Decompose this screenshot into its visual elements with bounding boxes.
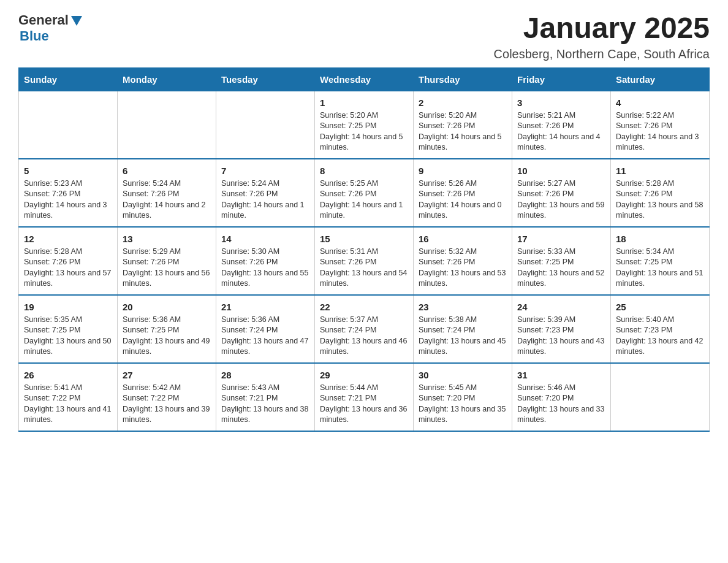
day-info: Sunrise: 5:28 AM Sunset: 7:26 PM Dayligh… [24,247,112,289]
day-info: Sunrise: 5:34 AM Sunset: 7:25 PM Dayligh… [616,247,704,289]
day-info: Sunrise: 5:25 AM Sunset: 7:26 PM Dayligh… [320,178,408,221]
calendar-cell: 5Sunrise: 5:23 AM Sunset: 7:26 PM Daylig… [19,159,118,227]
day-number: 21 [221,301,309,313]
weekday-header-friday: Friday [512,67,611,91]
calendar-cell [611,363,710,431]
day-info: Sunrise: 5:20 AM Sunset: 7:25 PM Dayligh… [320,110,408,153]
day-info: Sunrise: 5:44 AM Sunset: 7:21 PM Dayligh… [320,383,408,426]
day-number: 13 [123,232,211,245]
calendar-cell: 13Sunrise: 5:29 AM Sunset: 7:26 PM Dayli… [118,227,216,295]
calendar-cell: 8Sunrise: 5:25 AM Sunset: 7:26 PM Daylig… [315,159,414,227]
day-number: 27 [123,369,211,381]
day-number: 9 [419,164,507,177]
weekday-header-wednesday: Wednesday [315,67,414,91]
day-number: 7 [221,164,309,177]
day-number: 14 [221,232,309,245]
day-info: Sunrise: 5:26 AM Sunset: 7:26 PM Dayligh… [419,178,507,221]
day-number: 29 [320,369,408,381]
calendar-cell: 30Sunrise: 5:45 AM Sunset: 7:20 PM Dayli… [414,363,512,431]
calendar-cell: 20Sunrise: 5:36 AM Sunset: 7:25 PM Dayli… [118,295,216,363]
day-number: 6 [123,164,211,177]
day-info: Sunrise: 5:21 AM Sunset: 7:26 PM Dayligh… [517,110,605,153]
day-info: Sunrise: 5:40 AM Sunset: 7:23 PM Dayligh… [616,315,704,358]
weekday-header-tuesday: Tuesday [216,67,315,91]
calendar-cell [19,91,118,159]
calendar-cell: 10Sunrise: 5:27 AM Sunset: 7:26 PM Dayli… [512,159,611,227]
day-number: 31 [517,369,605,381]
calendar-cell [118,91,216,159]
day-number: 17 [517,232,605,245]
day-info: Sunrise: 5:33 AM Sunset: 7:25 PM Dayligh… [517,247,605,289]
day-info: Sunrise: 5:36 AM Sunset: 7:24 PM Dayligh… [221,315,309,358]
day-info: Sunrise: 5:42 AM Sunset: 7:22 PM Dayligh… [123,383,211,426]
day-info: Sunrise: 5:39 AM Sunset: 7:23 PM Dayligh… [517,315,605,358]
day-info: Sunrise: 5:46 AM Sunset: 7:20 PM Dayligh… [517,383,605,426]
day-info: Sunrise: 5:37 AM Sunset: 7:24 PM Dayligh… [320,315,408,358]
day-number: 5 [24,164,112,177]
day-number: 12 [24,232,112,245]
svg-marker-0 [71,16,82,26]
calendar-cell: 22Sunrise: 5:37 AM Sunset: 7:24 PM Dayli… [315,295,414,363]
day-info: Sunrise: 5:23 AM Sunset: 7:26 PM Dayligh… [24,178,112,221]
day-info: Sunrise: 5:41 AM Sunset: 7:22 PM Dayligh… [24,383,112,426]
calendar-cell: 18Sunrise: 5:34 AM Sunset: 7:25 PM Dayli… [611,227,710,295]
calendar-cell: 27Sunrise: 5:42 AM Sunset: 7:22 PM Dayli… [118,363,216,431]
calendar-cell: 7Sunrise: 5:24 AM Sunset: 7:26 PM Daylig… [216,159,315,227]
day-info: Sunrise: 5:36 AM Sunset: 7:25 PM Dayligh… [123,315,211,358]
calendar-cell: 1Sunrise: 5:20 AM Sunset: 7:25 PM Daylig… [315,91,414,159]
day-number: 22 [320,301,408,313]
day-number: 11 [616,164,704,177]
day-number: 26 [24,369,112,381]
day-info: Sunrise: 5:45 AM Sunset: 7:20 PM Dayligh… [419,383,507,426]
calendar-cell: 29Sunrise: 5:44 AM Sunset: 7:21 PM Dayli… [315,363,414,431]
day-number: 4 [616,96,704,109]
day-info: Sunrise: 5:43 AM Sunset: 7:21 PM Dayligh… [221,383,309,426]
day-number: 2 [419,96,507,109]
day-info: Sunrise: 5:38 AM Sunset: 7:24 PM Dayligh… [419,315,507,358]
day-info: Sunrise: 5:29 AM Sunset: 7:26 PM Dayligh… [123,247,211,289]
calendar-cell: 3Sunrise: 5:21 AM Sunset: 7:26 PM Daylig… [512,91,611,159]
day-info: Sunrise: 5:35 AM Sunset: 7:25 PM Dayligh… [24,315,112,358]
day-number: 28 [221,369,309,381]
calendar-cell: 31Sunrise: 5:46 AM Sunset: 7:20 PM Dayli… [512,363,611,431]
logo-blue-text: Blue [20,28,49,44]
day-number: 3 [517,96,605,109]
calendar-table: SundayMondayTuesdayWednesdayThursdayFrid… [18,67,710,432]
month-title: January 2025 [494,12,710,45]
day-info: Sunrise: 5:22 AM Sunset: 7:26 PM Dayligh… [616,110,704,153]
day-info: Sunrise: 5:30 AM Sunset: 7:26 PM Dayligh… [221,247,309,289]
calendar-cell: 4Sunrise: 5:22 AM Sunset: 7:26 PM Daylig… [611,91,710,159]
weekday-header-thursday: Thursday [414,67,512,91]
day-number: 16 [419,232,507,245]
day-number: 10 [517,164,605,177]
day-info: Sunrise: 5:20 AM Sunset: 7:26 PM Dayligh… [419,110,507,153]
calendar-cell: 15Sunrise: 5:31 AM Sunset: 7:26 PM Dayli… [315,227,414,295]
day-info: Sunrise: 5:27 AM Sunset: 7:26 PM Dayligh… [517,178,605,221]
calendar-cell: 6Sunrise: 5:24 AM Sunset: 7:26 PM Daylig… [118,159,216,227]
day-info: Sunrise: 5:31 AM Sunset: 7:26 PM Dayligh… [320,247,408,289]
day-number: 8 [320,164,408,177]
day-number: 15 [320,232,408,245]
day-number: 25 [616,301,704,313]
calendar-cell: 16Sunrise: 5:32 AM Sunset: 7:26 PM Dayli… [414,227,512,295]
page-header: General Blue January 2025 Colesberg, Nor… [18,12,710,61]
day-number: 24 [517,301,605,313]
logo: General Blue [18,12,83,44]
calendar-cell: 12Sunrise: 5:28 AM Sunset: 7:26 PM Dayli… [19,227,118,295]
title-area: January 2025 Colesberg, Northern Cape, S… [494,12,710,61]
day-number: 18 [616,232,704,245]
calendar-cell: 26Sunrise: 5:41 AM Sunset: 7:22 PM Dayli… [19,363,118,431]
weekday-header-monday: Monday [118,67,216,91]
calendar-cell: 28Sunrise: 5:43 AM Sunset: 7:21 PM Dayli… [216,363,315,431]
calendar-cell: 19Sunrise: 5:35 AM Sunset: 7:25 PM Dayli… [19,295,118,363]
day-info: Sunrise: 5:24 AM Sunset: 7:26 PM Dayligh… [123,178,211,221]
day-number: 1 [320,96,408,109]
calendar-cell: 9Sunrise: 5:26 AM Sunset: 7:26 PM Daylig… [414,159,512,227]
calendar-cell: 25Sunrise: 5:40 AM Sunset: 7:23 PM Dayli… [611,295,710,363]
calendar-cell [216,91,315,159]
calendar-cell: 21Sunrise: 5:36 AM Sunset: 7:24 PM Dayli… [216,295,315,363]
day-info: Sunrise: 5:28 AM Sunset: 7:26 PM Dayligh… [616,178,704,221]
calendar-cell: 24Sunrise: 5:39 AM Sunset: 7:23 PM Dayli… [512,295,611,363]
day-info: Sunrise: 5:32 AM Sunset: 7:26 PM Dayligh… [419,247,507,289]
day-number: 30 [419,369,507,381]
